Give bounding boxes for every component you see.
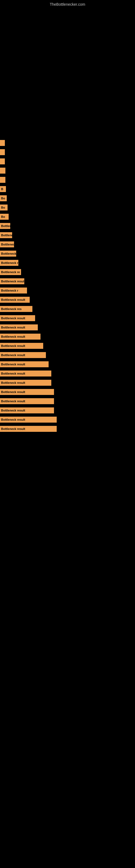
bottleneck-bar: Bottleneck result <box>0 380 51 386</box>
bottleneck-bar: Bottlene <box>0 223 10 229</box>
list-item <box>0 148 135 156</box>
list-item: Bottleneck result <box>0 397 135 405</box>
list-item <box>0 139 135 147</box>
list-item <box>0 166 135 175</box>
list-item: Bottleneck result <box>0 333 135 341</box>
bottleneck-bar: Bottleneck result <box>0 407 54 413</box>
list-item <box>0 157 135 165</box>
list-item: Bottleneck res <box>0 250 135 258</box>
list-item: Bottleneck result <box>0 259 135 267</box>
list-item <box>0 176 135 184</box>
bottleneck-bar: Bo <box>0 214 9 220</box>
bottleneck-bar <box>0 158 5 164</box>
bottleneck-bar: Bottleneck result <box>0 398 54 404</box>
bottleneck-bar <box>0 177 5 183</box>
bottleneck-bar: Bottleneck result <box>0 371 51 376</box>
bottleneck-bar: Bottleneck resul <box>0 278 24 284</box>
list-item: Bottleneck r <box>0 286 135 294</box>
list-item: Bottleneck <box>0 240 135 248</box>
list-item: Bottleneck result <box>0 296 135 304</box>
bottleneck-bar: Bottleneck <box>0 241 14 247</box>
list-item: Bottleneck result <box>0 379 135 387</box>
bottleneck-bar: Bottleneck result <box>0 352 46 358</box>
site-title: TheBottlenecker.com <box>0 0 135 8</box>
list-item: Bottlene <box>0 222 135 230</box>
bottleneck-bar <box>0 149 5 155</box>
bottleneck-list: BBoBoBoBottleneBottleneck rBottleneckBot… <box>0 139 135 433</box>
bottleneck-bar <box>0 167 5 174</box>
list-item: Bottleneck res <box>0 305 135 313</box>
list-item: Bo <box>0 194 135 203</box>
list-item: Bo <box>0 213 135 221</box>
bottleneck-bar: Bo <box>0 195 7 201</box>
bottleneck-bar: Bottleneck result <box>0 324 38 330</box>
list-item: Bottleneck re <box>0 268 135 276</box>
list-item: Bottleneck result <box>0 314 135 322</box>
bottleneck-bar: Bottleneck r <box>0 287 27 293</box>
bottleneck-bar: Bottleneck result <box>0 416 57 423</box>
site-header: TheBottlenecker.com <box>0 0 135 8</box>
bottleneck-bar <box>0 140 5 146</box>
list-item: Bo <box>0 204 135 212</box>
bottleneck-bar: Bottleneck result <box>0 426 57 432</box>
list-item: Bottleneck result <box>0 388 135 396</box>
bottleneck-bar: Bottleneck result <box>0 260 18 266</box>
bottleneck-bar: Bottleneck result <box>0 334 41 340</box>
bottleneck-bar: Bottleneck r <box>0 232 12 238</box>
list-item: Bottleneck result <box>0 425 135 433</box>
list-item: Bottleneck result <box>0 415 135 424</box>
bottleneck-bar: B <box>0 186 6 192</box>
bottleneck-bar: Bottleneck result <box>0 361 49 367</box>
bottleneck-bar: Bottleneck result <box>0 343 43 349</box>
bottleneck-bar: Bottleneck res <box>0 306 32 312</box>
bottleneck-bar: Bottleneck result <box>0 315 35 321</box>
list-item: Bottleneck r <box>0 231 135 239</box>
list-item: Bottleneck resul <box>0 277 135 285</box>
list-item: Bottleneck result <box>0 351 135 359</box>
list-item: Bottleneck result <box>0 342 135 350</box>
bottleneck-bar: Bottleneck result <box>0 297 30 303</box>
bottleneck-bar: Bottleneck result <box>0 389 54 395</box>
list-item: Bottleneck result <box>0 406 135 414</box>
list-item: B <box>0 185 135 193</box>
list-item: Bottleneck result <box>0 369 135 378</box>
chart-area <box>0 8 135 122</box>
list-item: Bottleneck result <box>0 323 135 332</box>
bottleneck-bar: Bottleneck re <box>0 269 21 275</box>
bottleneck-bar: Bo <box>0 205 8 211</box>
bottleneck-bar: Bottleneck res <box>0 251 16 257</box>
list-item: Bottleneck result <box>0 360 135 368</box>
